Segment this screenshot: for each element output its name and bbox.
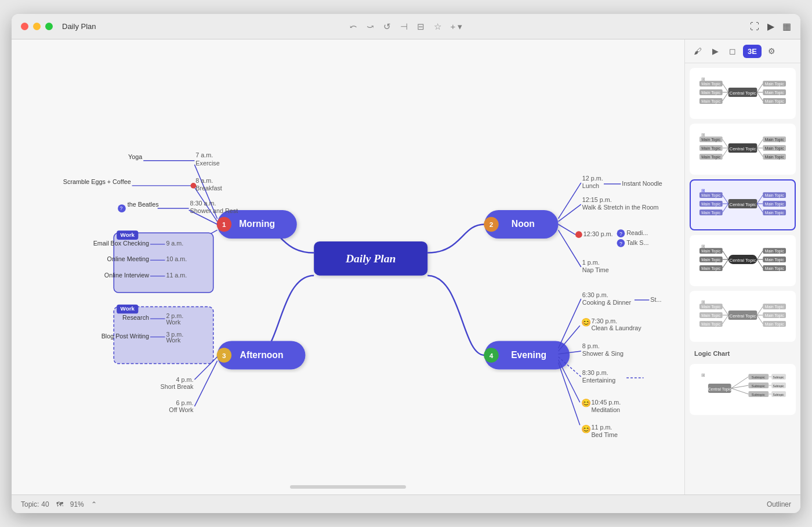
svg-text:Main Topic: Main Topic xyxy=(765,258,785,262)
svg-point-50 xyxy=(575,231,582,238)
svg-text:Main Topic: Main Topic xyxy=(701,91,721,95)
svg-text:Morning: Morning xyxy=(239,219,275,229)
svg-text:Main Topic: Main Topic xyxy=(765,305,785,309)
svg-text:Main Topic: Main Topic xyxy=(765,211,785,215)
svg-line-147 xyxy=(723,139,728,148)
template-card-logic[interactable]: ⊞ Central Topic Subtopic Subtopic Subtop… xyxy=(690,364,796,415)
svg-text:Subtopic: Subtopic xyxy=(752,376,765,379)
back-button[interactable]: ⤺ xyxy=(350,21,357,32)
add-button[interactable]: + ▾ xyxy=(451,21,463,32)
settings-tab[interactable]: ⚙ xyxy=(765,44,779,58)
template-card-5[interactable]: ⊞ Central Topic Main Topic Main Topic Ma… xyxy=(690,291,796,342)
screen-tab[interactable]: ▶ xyxy=(708,44,722,58)
topic-count: Topic: 40 xyxy=(21,500,49,508)
svg-text:Central Topic: Central Topic xyxy=(729,146,756,151)
svg-text:1 p.m.: 1 p.m. xyxy=(582,259,600,266)
svg-text:Main Topic: Main Topic xyxy=(701,155,721,160)
canvas[interactable]: Daily Plan 1 Morning Yoga 7 a.m. xyxy=(12,39,684,494)
template-card-2[interactable]: ⊞ Central Topic Main Topic Main Topic Ma… xyxy=(690,124,796,175)
svg-text:Shower and Rest: Shower and Rest xyxy=(190,207,238,214)
svg-text:10 a.m.: 10 a.m. xyxy=(166,255,187,262)
svg-text:Evening: Evening xyxy=(511,350,546,360)
svg-text:Online Meeting: Online Meeting xyxy=(107,255,149,262)
svg-text:4 p.m.: 4 p.m. xyxy=(176,376,194,383)
svg-text:Noon: Noon xyxy=(512,219,535,229)
svg-text:Daily Plan: Daily Plan xyxy=(345,252,396,265)
titlebar: Daily Plan ⤺ ⤻ ↺ ⊣ ⊟ ☆ + ▾ ⛶ ▶ ▦ xyxy=(12,14,800,39)
svg-text:7 a.m.: 7 a.m. xyxy=(195,151,213,158)
star-button[interactable]: ☆ xyxy=(434,21,441,32)
template-card-4[interactable]: ⊞ Central Topic Main Topic Main Topic Ma… xyxy=(690,235,796,286)
maximize-button[interactable] xyxy=(45,23,53,30)
svg-text:11 p.m.: 11 p.m. xyxy=(591,424,612,431)
zoom-level[interactable]: 91% xyxy=(70,500,84,508)
svg-text:8 p.m.: 8 p.m. xyxy=(582,342,600,349)
svg-text:Breakfast: Breakfast xyxy=(195,185,222,192)
svg-text:Blog Post Writing: Blog Post Writing xyxy=(102,333,149,340)
svg-text:7:30 p.m.: 7:30 p.m. xyxy=(591,317,617,324)
zoom-arrows[interactable]: ⌃ xyxy=(91,500,97,508)
statusbar: Topic: 40 🗺 91% ⌃ Outliner xyxy=(12,494,800,513)
svg-text:Afternoon: Afternoon xyxy=(240,350,284,360)
svg-text:Central Topic: Central Topic xyxy=(729,313,756,319)
outliner-button[interactable]: Outliner xyxy=(767,500,791,508)
svg-text:Main Topic: Main Topic xyxy=(765,322,785,327)
scroll-indicator[interactable] xyxy=(290,485,406,489)
svg-line-126 xyxy=(723,84,728,92)
svg-text:1: 1 xyxy=(222,221,226,228)
svg-text:Research: Research xyxy=(122,314,149,321)
minimize-button[interactable] xyxy=(33,23,41,30)
template-card-1[interactable]: ⊞ Central Topic Main Topic Main Topic Ma… xyxy=(690,68,796,119)
logic-chart-label: Logic Chart xyxy=(690,346,796,359)
svg-text:?: ? xyxy=(619,241,622,247)
svg-text:Walk & Stretch in the Room: Walk & Stretch in the Room xyxy=(582,204,659,211)
svg-line-191 xyxy=(723,259,728,268)
svg-text:Main Topic: Main Topic xyxy=(765,138,785,142)
svg-text:2: 2 xyxy=(490,221,494,228)
svg-line-129 xyxy=(757,84,763,92)
svg-text:Work: Work xyxy=(121,305,135,312)
forward-button[interactable]: ⤻ xyxy=(367,21,374,32)
topic-number: 40 xyxy=(41,500,49,508)
svg-line-233 xyxy=(731,388,749,394)
brush-tab[interactable]: 🖌 xyxy=(691,44,705,58)
svg-text:12:30 p.m.: 12:30 p.m. xyxy=(583,230,613,237)
undo-button[interactable]: ↺ xyxy=(383,21,391,32)
svg-text:Main Topic: Main Topic xyxy=(701,82,721,86)
svg-text:12:15 p.m.: 12:15 p.m. xyxy=(582,196,612,203)
svg-text:Readi...: Readi... xyxy=(626,229,648,236)
svg-text:St...: St... xyxy=(650,296,661,303)
svg-text:Shower & Sing: Shower & Sing xyxy=(582,350,624,357)
traffic-lights xyxy=(21,23,53,30)
close-button[interactable] xyxy=(21,23,28,30)
svg-text:Main Topic: Main Topic xyxy=(765,313,785,318)
play-button[interactable]: ▶ xyxy=(767,21,774,32)
svg-text:Central Topic: Central Topic xyxy=(729,91,756,96)
svg-line-194 xyxy=(757,259,763,268)
svg-text:Main Topic: Main Topic xyxy=(765,249,785,254)
split-button[interactable]: ⊣ xyxy=(400,21,408,32)
svg-text:Main Topic: Main Topic xyxy=(701,99,721,104)
svg-text:Subtopic: Subtopic xyxy=(773,394,784,396)
template-card-3[interactable]: ⊞ Central Topic Main Topic Main Topic Ma… xyxy=(690,179,796,230)
3e-tab[interactable]: 3E xyxy=(743,45,762,58)
svg-text:Main Topic: Main Topic xyxy=(701,313,721,318)
toolbar-right: ⛶ ▶ ▦ xyxy=(750,21,791,32)
svg-text:😊: 😊 xyxy=(581,317,592,327)
template-grid: ⊞ Central Topic Main Topic Main Topic Ma… xyxy=(685,63,800,420)
svg-line-171 xyxy=(757,195,763,204)
fullscreen-button[interactable]: ⛶ xyxy=(750,21,759,32)
svg-text:Work: Work xyxy=(121,232,135,238)
layout-button[interactable]: ▦ xyxy=(782,21,791,32)
svg-text:9 a.m.: 9 a.m. xyxy=(166,240,183,247)
shape-tab[interactable]: ◻ xyxy=(726,44,740,58)
topic-label: Topic: xyxy=(21,500,39,508)
svg-text:Main Topic: Main Topic xyxy=(765,82,785,86)
svg-text:Main Topic: Main Topic xyxy=(765,99,785,104)
minus-button[interactable]: ⊟ xyxy=(417,21,425,32)
svg-text:Subtopic: Subtopic xyxy=(773,385,784,388)
svg-text:😊: 😊 xyxy=(581,424,592,434)
svg-text:Work: Work xyxy=(166,319,181,326)
svg-text:Main Topic: Main Topic xyxy=(701,305,721,309)
svg-text:Main Topic: Main Topic xyxy=(765,155,785,160)
